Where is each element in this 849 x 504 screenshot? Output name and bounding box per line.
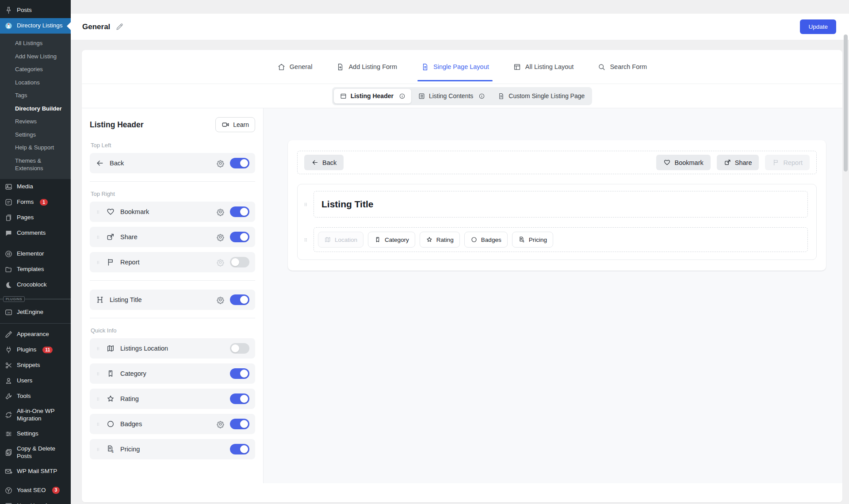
tab-add-listing-form[interactable]: Add Listing Form: [336, 50, 397, 84]
drag-handle-icon[interactable]: [96, 396, 101, 402]
sidebar-subitem-add-new-listing[interactable]: Add New Listing: [0, 50, 71, 63]
panel-title: Listing Header: [90, 120, 144, 130]
learn-button[interactable]: Learn: [215, 117, 255, 132]
sidebar-item-wp-mail-smtp[interactable]: WP Mail SMTP: [0, 464, 71, 479]
sidebar-item-crocoblock[interactable]: Crocoblock: [0, 277, 71, 293]
sidebar-item-forms[interactable]: Forms1: [0, 195, 71, 210]
sidebar-item-snippets[interactable]: Snippets: [0, 358, 71, 373]
sidebar-subitem-themes-extensions[interactable]: Themes & Extensions: [0, 154, 71, 175]
toggle-badges[interactable]: [230, 419, 249, 429]
subtab-listing-header[interactable]: Listing Header: [334, 89, 411, 103]
drag-handle-icon[interactable]: [96, 370, 101, 377]
drag-handle-icon[interactable]: [302, 201, 309, 208]
subtab-listing-contents[interactable]: Listing Contents: [412, 89, 491, 103]
search-icon: [597, 63, 606, 71]
sidebar-gap: [0, 479, 71, 483]
preview-button-label: Share: [735, 159, 752, 166]
count-badge: 3: [52, 487, 60, 494]
plugins-separator: PLUGINS: [0, 296, 71, 302]
elementor-icon: [4, 250, 13, 258]
sidebar-item-posts[interactable]: Posts: [0, 3, 71, 18]
sidebar-item-templates[interactable]: Templates: [0, 262, 71, 277]
info-icon[interactable]: [399, 93, 405, 99]
sidebar-item-tools[interactable]: Tools: [0, 389, 71, 404]
drag-handle-icon[interactable]: [96, 446, 101, 453]
toggle-bookmark[interactable]: [230, 206, 249, 217]
gear-icon[interactable]: [216, 208, 225, 216]
tab-search-form[interactable]: Search Form: [597, 50, 647, 84]
tab-single-page-layout[interactable]: Single Page Layout: [421, 50, 489, 84]
toggle-category[interactable]: [230, 368, 249, 379]
preview-share-button[interactable]: Share: [717, 155, 759, 170]
sidebar-item-new-user-approve[interactable]: New User Approve: [0, 498, 71, 504]
toggle-pricing[interactable]: [230, 444, 249, 454]
sidebar-item-yoast-seo[interactable]: Yoast SEO3: [0, 483, 71, 498]
toggle-share[interactable]: [230, 232, 249, 242]
sidebar-item-jetengine[interactable]: JetJetEngine: [0, 305, 71, 320]
scissors-icon: [4, 361, 13, 370]
tab-label: All Listing Layout: [525, 63, 574, 70]
drag-handle-icon[interactable]: [96, 345, 101, 352]
sidebar-item-plugins[interactable]: Plugins11: [0, 342, 71, 358]
sidebar-item-users[interactable]: Users: [0, 373, 71, 389]
sidebar-item-settings[interactable]: Settings: [0, 426, 71, 442]
sidebar-subitem-help-support[interactable]: Help & Support: [0, 141, 71, 154]
drag-handle-icon[interactable]: [96, 421, 101, 428]
folder-icon: [4, 265, 13, 274]
edit-pencil-icon[interactable]: [115, 23, 124, 31]
gear-icon[interactable]: [216, 420, 225, 428]
gear-icon[interactable]: [216, 296, 225, 304]
update-button[interactable]: Update: [800, 19, 836, 34]
sidebar-subitem-directory-builder[interactable]: Directory Builder: [0, 102, 71, 115]
sidebar-subitem-all-listings[interactable]: All Listings: [0, 37, 71, 50]
subtab-custom-single-listing-page[interactable]: Custom Single Listing Page: [492, 89, 590, 103]
toggle-listing-title[interactable]: [230, 294, 249, 305]
heading-icon: [96, 295, 104, 304]
page-scrollbar-thumb[interactable]: [844, 34, 848, 172]
sidebar-item-pages[interactable]: Pages: [0, 210, 71, 225]
sidebar-subitem-locations[interactable]: Locations: [0, 76, 71, 89]
sidebar-item-elementor[interactable]: Elementor: [0, 246, 71, 262]
plugins-separator-label: PLUGINS: [3, 296, 25, 302]
sidebar-item-comments[interactable]: Comments: [0, 225, 71, 241]
tab-general[interactable]: General: [277, 50, 313, 84]
sidebar-item-media[interactable]: Media: [0, 179, 71, 195]
info-icon[interactable]: [478, 93, 485, 99]
tab-all-listing-layout[interactable]: All Listing Layout: [513, 50, 574, 84]
sidebar-item-copy-delete-posts[interactable]: Copy & Delete Posts: [0, 442, 71, 464]
drag-handle-icon[interactable]: [302, 236, 309, 244]
toggle-report[interactable]: [230, 257, 249, 267]
chip-label: Pricing: [529, 237, 547, 243]
gear-icon[interactable]: [216, 258, 225, 267]
preview-bookmark-button[interactable]: Bookmark: [656, 155, 710, 170]
preview-report-button[interactable]: Report: [765, 155, 810, 170]
toggle-back[interactable]: [230, 158, 249, 168]
share-icon: [106, 233, 115, 241]
drag-handle-icon[interactable]: [96, 209, 101, 215]
sidebar-item-directory-listings[interactable]: Directory Listings: [0, 18, 71, 34]
sidebar-subitem-tags[interactable]: Tags: [0, 89, 71, 102]
drag-handle-icon[interactable]: [96, 234, 101, 241]
toggle-rating[interactable]: [230, 393, 249, 404]
svg-text:$: $: [112, 450, 114, 454]
sidebar-subitem-categories[interactable]: Categories: [0, 63, 71, 76]
sidebar-subitem-settings[interactable]: Settings: [0, 128, 71, 141]
new-user-icon: [4, 502, 13, 504]
toggle-knob: [240, 420, 248, 428]
toggle-listings-location[interactable]: [230, 343, 249, 354]
preview-back-button[interactable]: Back: [304, 155, 344, 170]
flag-icon: [772, 159, 780, 166]
sidebar-subitem-reviews[interactable]: Reviews: [0, 115, 71, 128]
yoast-icon: [4, 486, 13, 495]
count-badge: 1: [40, 199, 48, 206]
toggle-knob: [231, 258, 239, 266]
preview-button-label: Bookmark: [674, 159, 703, 166]
sidebar-item-all-in-one-wp-migration[interactable]: All-in-One WP Migration: [0, 404, 71, 426]
row-label: Rating: [120, 395, 139, 402]
drag-handle-icon[interactable]: [96, 259, 101, 266]
panel-row-listings-location: Listings Location: [90, 338, 255, 359]
gear-icon[interactable]: [216, 233, 225, 241]
gear-icon[interactable]: [216, 159, 225, 168]
row-label: Category: [120, 370, 146, 377]
sidebar-item-appearance[interactable]: Appearance: [0, 327, 71, 342]
